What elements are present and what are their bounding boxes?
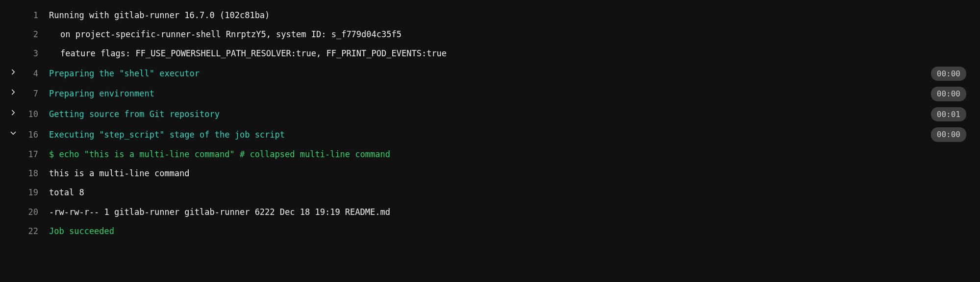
log-line: 4Preparing the "shell" executor00:00 xyxy=(0,64,980,84)
chevron-right-icon[interactable] xyxy=(9,68,18,76)
line-content: on project-specific-runner-shell RnrptzY… xyxy=(49,28,970,41)
line-number[interactable]: 2 xyxy=(24,28,49,41)
line-number[interactable]: 22 xyxy=(24,225,49,238)
log-line: 2on project-specific-runner-shell Rnrptz… xyxy=(0,25,980,44)
log-line: 19total 8 xyxy=(0,183,980,202)
chevron-right-icon[interactable] xyxy=(9,88,18,96)
section-duration-badge: 00:00 xyxy=(931,87,966,101)
section-toggle[interactable] xyxy=(9,67,18,80)
line-content: feature flags: FF_USE_POWERSHELL_PATH_RE… xyxy=(49,47,970,60)
log-line: 3feature flags: FF_USE_POWERSHELL_PATH_R… xyxy=(0,44,980,63)
log-line: 20-rw-rw-r-- 1 gitlab-runner gitlab-runn… xyxy=(0,203,980,222)
log-line: 22Job succeeded xyxy=(0,222,980,241)
line-content: this is a multi-line command xyxy=(49,167,970,180)
chevron-right-icon[interactable] xyxy=(9,108,18,117)
expand-column xyxy=(0,108,24,121)
line-content: Running with gitlab-runner 16.7.0 (102c8… xyxy=(49,9,970,22)
section-duration-badge: 00:00 xyxy=(931,127,966,142)
line-number[interactable]: 18 xyxy=(24,167,49,180)
line-number[interactable]: 3 xyxy=(24,47,49,60)
expand-column xyxy=(0,87,24,100)
line-content: $ echo "this is a multi-line command" # … xyxy=(49,148,970,161)
line-number[interactable]: 19 xyxy=(24,186,49,199)
expand-column xyxy=(0,128,24,141)
expand-column xyxy=(0,67,24,80)
section-toggle[interactable] xyxy=(9,87,18,100)
line-number[interactable]: 17 xyxy=(24,148,49,161)
log-line: 17$ echo "this is a multi-line command" … xyxy=(0,145,980,164)
line-content: -rw-rw-r-- 1 gitlab-runner gitlab-runner… xyxy=(49,206,970,219)
line-number[interactable]: 1 xyxy=(24,9,49,22)
log-line: 10Getting source from Git repository00:0… xyxy=(0,104,980,125)
section-duration-badge: 00:00 xyxy=(931,67,966,81)
line-number[interactable]: 4 xyxy=(24,67,49,80)
line-number[interactable]: 16 xyxy=(24,128,49,141)
line-content: Job succeeded xyxy=(49,225,970,238)
chevron-down-icon[interactable] xyxy=(9,129,18,138)
log-line: 1Running with gitlab-runner 16.7.0 (102c… xyxy=(0,6,980,25)
line-content: Preparing the "shell" executor xyxy=(49,67,931,80)
line-content: Preparing environment xyxy=(49,87,931,100)
line-number[interactable]: 10 xyxy=(24,108,49,121)
log-line: 16Executing "step_script" stage of the j… xyxy=(0,124,980,145)
line-number[interactable]: 7 xyxy=(24,87,49,100)
section-toggle[interactable] xyxy=(9,128,18,141)
line-content: Getting source from Git repository xyxy=(49,108,931,121)
log-line: 18this is a multi-line command xyxy=(0,164,980,183)
log-line: 7Preparing environment00:00 xyxy=(0,84,980,104)
line-number[interactable]: 20 xyxy=(24,206,49,219)
job-log: 1Running with gitlab-runner 16.7.0 (102c… xyxy=(0,6,980,241)
line-content: total 8 xyxy=(49,186,970,199)
section-duration-badge: 00:01 xyxy=(931,107,966,122)
section-toggle[interactable] xyxy=(9,108,18,121)
line-content: Executing "step_script" stage of the job… xyxy=(49,128,931,141)
